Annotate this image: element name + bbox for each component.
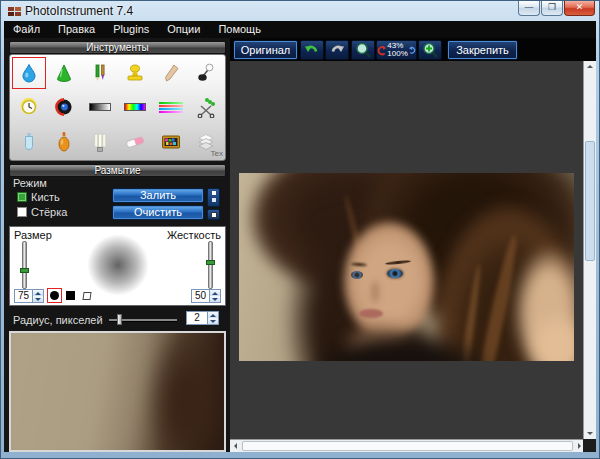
- radius-slider-handle[interactable]: [117, 314, 122, 325]
- tool-cone[interactable]: [47, 56, 83, 90]
- frame-brush-icon: [82, 292, 91, 300]
- tool-liquify-clock[interactable]: [11, 90, 47, 124]
- square-brush-button[interactable]: [64, 289, 77, 302]
- photo-image[interactable]: [239, 173, 574, 361]
- app-icon: [8, 6, 22, 17]
- size-spin-arrows[interactable]: [32, 290, 43, 302]
- red-eye-icon: [54, 97, 74, 117]
- tools-grid: Tex: [9, 54, 226, 161]
- size-spinbox[interactable]: 75: [14, 289, 44, 303]
- horizontal-scrollbar[interactable]: [230, 439, 585, 452]
- tool-skin-bottle[interactable]: [47, 125, 83, 159]
- tool-light-bulb[interactable]: [82, 125, 118, 159]
- hardness-slider-handle[interactable]: [206, 260, 215, 265]
- maximize-button[interactable]: ❐: [541, 1, 563, 16]
- horizontal-scroll-thumb[interactable]: [242, 441, 573, 451]
- zoom-out-button[interactable]: [351, 40, 375, 60]
- size-slider-handle[interactable]: [20, 268, 29, 273]
- round-brush-button[interactable]: [48, 289, 61, 302]
- brush-mode-row[interactable]: Кисть: [17, 191, 60, 203]
- app-window: PhotoInstrument 7.4 — ❐ ✕ Файл Правка Pl…: [0, 0, 600, 459]
- scroll-left-arrow[interactable]: [230, 440, 241, 452]
- tool-color-lines[interactable]: [153, 90, 189, 124]
- size-value[interactable]: 75: [15, 290, 32, 302]
- brush-settings-panel: Размер Жесткость 75: [9, 226, 226, 306]
- tool-rainbow-gradient[interactable]: [118, 90, 154, 124]
- radius-spinbox[interactable]: 2: [186, 311, 219, 325]
- blur-panel-header: Размытие: [9, 164, 226, 177]
- left-panel: Инструменты: [4, 38, 230, 452]
- vertical-scroll-thumb[interactable]: [585, 141, 595, 261]
- hardness-spin-arrows[interactable]: [209, 290, 220, 302]
- rotate-right-icon: [409, 44, 416, 56]
- client-area: Инструменты: [4, 38, 596, 452]
- hardness-spinbox[interactable]: 50: [191, 289, 221, 303]
- text-tool-label: Tex: [211, 149, 223, 158]
- radius-spin-arrows[interactable]: [207, 312, 218, 324]
- tool-eraser[interactable]: [118, 125, 154, 159]
- frame-brush-button[interactable]: [80, 289, 93, 302]
- pencil-brush-icon: [90, 63, 110, 83]
- tool-text-layers[interactable]: Tex: [189, 125, 225, 159]
- menu-edit[interactable]: Правка: [49, 21, 104, 38]
- scrollbar-corner: [583, 439, 596, 452]
- zoom-in-button[interactable]: [418, 40, 442, 60]
- rotate-left-icon: [377, 43, 386, 58]
- tool-scissors[interactable]: [189, 90, 225, 124]
- scissors-icon: [195, 96, 217, 118]
- size-slider[interactable]: [22, 241, 27, 289]
- radius-slider[interactable]: [109, 319, 177, 321]
- menu-bar: Файл Правка Plugins Опции Помощь: [4, 21, 596, 38]
- scroll-down-arrow[interactable]: [584, 428, 596, 439]
- tool-glue-tube[interactable]: [11, 125, 47, 159]
- title-bar[interactable]: PhotoInstrument 7.4 — ❐ ✕: [1, 1, 599, 21]
- pin-button[interactable]: Закрепить: [447, 40, 518, 60]
- light-bulb-icon: [90, 131, 110, 153]
- zoom-rotate-control[interactable]: 43% 100%: [376, 40, 417, 60]
- mode-label: Режим: [13, 177, 47, 189]
- pin-icon: [196, 63, 216, 83]
- tool-blur-drop[interactable]: [11, 56, 47, 90]
- smudge-icon: [161, 63, 181, 83]
- blur-drop-icon: [19, 63, 39, 83]
- opacity-mini-slider[interactable]: [207, 188, 220, 207]
- original-button[interactable]: Оригинал: [233, 40, 298, 60]
- tool-red-eye-removal[interactable]: [47, 90, 83, 124]
- brush-checkbox[interactable]: [17, 192, 27, 202]
- tool-tv-noise[interactable]: [153, 125, 189, 159]
- tool-smudge[interactable]: [153, 56, 189, 90]
- tool-pin[interactable]: [189, 56, 225, 90]
- hardness-slider[interactable]: [208, 241, 213, 289]
- redo-icon: [329, 42, 345, 58]
- rainbow-gradient-icon: [124, 103, 146, 111]
- menu-file[interactable]: Файл: [4, 21, 49, 38]
- window-title: PhotoInstrument 7.4: [25, 4, 133, 18]
- fill-button[interactable]: Залить: [112, 188, 204, 203]
- radius-label: Радиус, пикселей: [13, 314, 103, 326]
- redo-button[interactable]: [325, 40, 349, 60]
- zoom-preview: [9, 331, 226, 452]
- undo-button[interactable]: [300, 40, 324, 60]
- clear-button[interactable]: Очистить: [112, 205, 204, 220]
- hardness-label: Жесткость: [167, 229, 221, 241]
- tool-clone-stamp[interactable]: [118, 56, 154, 90]
- shape-mini-button[interactable]: [207, 209, 220, 220]
- vertical-scrollbar[interactable]: [583, 61, 596, 439]
- close-button[interactable]: ✕: [564, 1, 595, 16]
- clone-stamp-icon: [124, 63, 146, 83]
- tool-pencil-brush[interactable]: [82, 56, 118, 90]
- minimize-button[interactable]: —: [518, 1, 540, 16]
- size-label: Размер: [14, 229, 52, 241]
- canvas-area[interactable]: [230, 61, 585, 439]
- scroll-up-arrow[interactable]: [584, 61, 596, 72]
- eraser-checkbox[interactable]: [17, 207, 27, 217]
- radius-value[interactable]: 2: [187, 312, 207, 324]
- eraser-mode-row[interactable]: Стёрка: [17, 206, 67, 218]
- menu-help[interactable]: Помощь: [209, 21, 270, 38]
- menu-options[interactable]: Опции: [158, 21, 209, 38]
- eraser-icon: [124, 132, 146, 152]
- hardness-value[interactable]: 50: [192, 290, 209, 302]
- tool-grayscale-gradient[interactable]: [82, 90, 118, 124]
- brush-preview: [86, 233, 150, 297]
- menu-plugins[interactable]: Plugins: [104, 21, 158, 38]
